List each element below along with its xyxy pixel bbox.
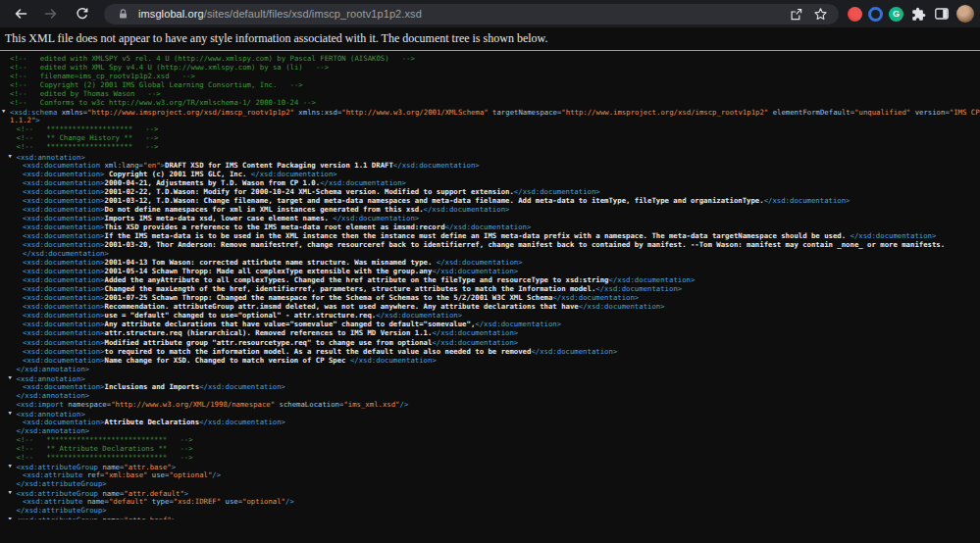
xml-line: ▼<xsd:attributeGroup name="attr.href"> (0, 515, 980, 519)
xml-line: <!-- ** Change History ** --> (0, 133, 980, 142)
xml-segment-a: xmlns= (57, 108, 87, 117)
xml-segment-c: <!-- edited with XMLSPY v5 rel. 4 U (htt… (10, 54, 415, 63)
collapse-arrow-icon[interactable]: ▼ (9, 409, 17, 418)
xml-segment-x: DRAFT XSD for IMS Content Packaging vers… (165, 161, 393, 170)
xml-segment-t: <xsd:import (17, 400, 64, 409)
xml-segment-x: Changed the maxLength of the href, ident… (104, 284, 595, 293)
xml-line: <xsd:documentation>2001-02-22, T.D.Wason… (0, 187, 980, 196)
xml-segment-t: </xsd:documentation> (333, 214, 419, 222)
xml-line: <!-- edited with XML Spy v4.4 U (http://… (0, 63, 980, 72)
xml-segment-t: /> (400, 400, 409, 409)
xml-segment-a: version= (910, 108, 950, 117)
xml-line: ▼<xsd:annotation> (0, 373, 980, 382)
lock-icon[interactable] (114, 5, 131, 23)
xml-line: <!-- filename=ims_cp_rootv1p1p2.xsd --> (0, 72, 980, 80)
xml-segment-t: </xsd:documentation> (432, 267, 518, 275)
xml-segment-v: "http://www.imsproject.org/xsd/imscp_roo… (87, 108, 294, 117)
address-bar[interactable]: imsglobal.org/sites/default/files/xsd/im… (104, 4, 839, 25)
extension-icon-green[interactable]: G (889, 7, 903, 22)
xml-segment-c: <!-- Copyright (2) 2001 IMS Global Learn… (10, 80, 303, 89)
xml-segment-a: use= (147, 470, 169, 479)
xml-segment-x: Any attribute declarations that have val… (104, 320, 475, 328)
xml-segment-t: </xsd:documentation> (475, 320, 561, 328)
xml-line: <xsd:documentation>If the IMS meta-data … (0, 231, 980, 240)
xml-segment-x: Do not define namespaces for xml in XML … (104, 205, 423, 214)
xml-segment-x: use = "default" changed to use="optional… (104, 311, 376, 320)
xml-segment-c: <!-- ** Change History ** --> (17, 133, 159, 142)
xml-segment-t: </xsd:documentation> (432, 338, 518, 347)
xml-line: ▼<xsd:schema xmlns="http://www.imsprojec… (0, 107, 980, 116)
xml-segment-v: "xsd:IDREF" (174, 497, 221, 506)
xml-line: <xsd:documentation>to required to match … (0, 347, 980, 356)
xml-segment-t: </xsd:annotation> (17, 426, 90, 435)
xml-segment-t: <xsd:documentation> (23, 240, 104, 249)
collapse-arrow-icon[interactable]: ▼ (9, 152, 17, 161)
xml-line: <xsd:documentation>Name change for XSD. … (0, 356, 980, 365)
xml-line: <xsd:documentation> Copyright (c) 2001 I… (0, 170, 980, 178)
xml-segment-t: <xsd:documentation (23, 161, 100, 170)
collapse-arrow-icon[interactable]: ▼ (9, 488, 17, 497)
xml-line: <xsd:documentation>attr.structure.req (h… (0, 328, 980, 337)
xml-segment-v: "xml:base" (104, 470, 147, 479)
xml-segment-t: <xsd:documentation> (23, 338, 104, 347)
xml-segment-x: 2001-05-14 Schawn Thropp: Made all compl… (104, 267, 432, 275)
xml-tree: <!-- edited with XMLSPY v5 rel. 4 U (htt… (0, 51, 980, 519)
xml-segment-v: "http://www.w3.org/2001/XMLSchema" (341, 108, 488, 117)
xml-segment-x: to required to match the information mod… (104, 347, 531, 356)
xml-line: </xsd:annotation> (0, 426, 980, 435)
extensions-row: G (848, 5, 974, 23)
xml-segment-t: </xsd:documentation> (531, 347, 617, 356)
xml-segment-c: <!-- edited with XML Spy v4.4 U (http://… (10, 63, 329, 72)
xml-segment-c: <!-- ** Attribute Declarations ** --> (17, 444, 193, 453)
xml-segment-x: 2001-03-12, T.D.Wason: Change filename, … (104, 196, 763, 205)
xml-segment-c: <!-- ******************** --> (17, 142, 159, 151)
xml-segment-t: </xsd:annotation> (17, 391, 90, 400)
xml-segment-x: Name change for XSD. Changed to match ve… (104, 356, 349, 365)
xml-line: <xsd:attribute ref="xml:base" use="optio… (0, 470, 980, 479)
forward-button[interactable] (40, 3, 62, 25)
collapse-arrow-icon[interactable]: ▼ (9, 373, 17, 382)
xml-segment-t: </xsd:documentation> (432, 328, 518, 337)
xml-segment-a: namespace= (64, 400, 111, 409)
xml-segment-x: If the IMS meta-data is to be used in th… (104, 231, 850, 240)
xml-segment-t: </xsd:documentation> (251, 170, 337, 178)
xml-segment-x: attr.structure.req (hierarchical). Remov… (104, 328, 432, 337)
xml-segment-t: </xsd:attributeGroup> (17, 479, 107, 488)
xml-line: <xsd:documentation>Recommendation. attri… (0, 302, 980, 311)
collapse-arrow-icon[interactable]: ▼ (9, 462, 17, 470)
xml-line: <!-- **************************** --> (0, 453, 980, 462)
xml-segment-t: </xsd:documentation> (350, 356, 437, 365)
profile-avatar[interactable] (956, 5, 974, 23)
xml-line: <xsd:attribute name="default" type="xsd:… (0, 497, 980, 506)
xml-segment-x: Imports IMS meta-data xsd, lower case el… (104, 214, 333, 222)
collapse-arrow-icon[interactable]: ▼ (9, 515, 17, 519)
xml-line: <xsd:documentation>2001-03-20, Thor Ande… (0, 240, 980, 249)
share-icon[interactable] (787, 5, 804, 23)
xml-segment-x: 2001-03-20, Thor Anderson: Remove manife… (104, 240, 945, 249)
xml-segment-c: <!-- filename=ims_cp_rootv1p1p2.xsd --> (10, 72, 195, 80)
xml-segment-x: Recommendation. attributeGroup attr.imsm… (104, 302, 578, 311)
xml-segment-a: type= (147, 497, 173, 506)
xml-segment-c: <!-- edited by Thomas Wason --> (10, 89, 161, 98)
back-button[interactable] (10, 3, 31, 25)
xml-line: </xsd:annotation> (0, 391, 980, 400)
xml-segment-t: </xsd:documentation> (424, 205, 510, 214)
xml-segment-x: 2001-04-13 Tom Wason: corrected attirbut… (104, 258, 436, 267)
extension-icon-blue[interactable] (868, 7, 883, 22)
xml-segment-t: > (172, 516, 176, 519)
xml-line: <!-- **************************** --> (0, 435, 980, 444)
xml-line: <!-- ******************** --> (0, 124, 980, 133)
bookmark-star-icon[interactable] (811, 5, 829, 23)
url-path: /sites/default/files/xsd/imscp_rootv1p1p… (204, 8, 422, 20)
extensions-puzzle-icon[interactable] (909, 5, 927, 23)
xml-segment-t: </xsd:documentation> (579, 302, 665, 311)
xml-segment-v: "ims_xml.xsd" (343, 400, 399, 409)
xml-line: <xsd:documentation>2001-07-25 Schawn Thr… (0, 293, 980, 302)
xml-segment-a: targetNamespace= (489, 108, 562, 117)
side-panel-icon[interactable] (933, 5, 951, 23)
collapse-arrow-icon[interactable]: ▼ (2, 107, 10, 116)
reload-button[interactable] (71, 3, 92, 25)
xml-segment-t: </xsd:documentation> (764, 196, 851, 205)
extension-icon-red[interactable] (848, 7, 862, 22)
xml-segment-c: <!-- **************************** --> (17, 453, 193, 462)
